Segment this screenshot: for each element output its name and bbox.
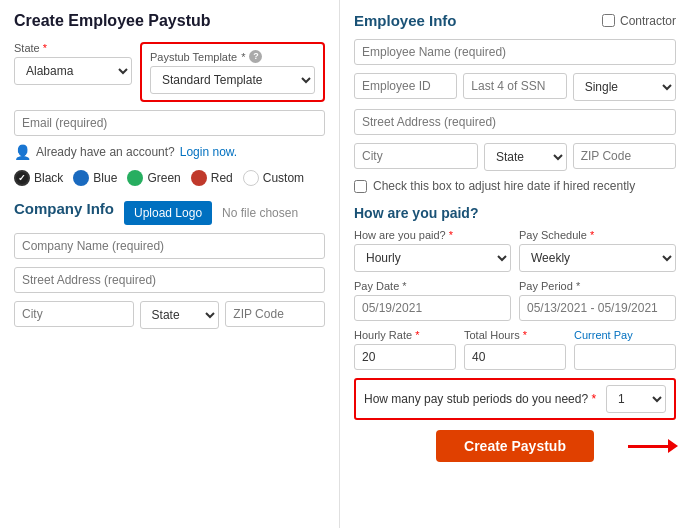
pay-schedule-group: Pay Schedule * Weekly xyxy=(519,229,676,272)
color-circle-black: ✓ xyxy=(14,170,30,186)
emp-state-group: State xyxy=(484,143,567,171)
company-zip-input[interactable] xyxy=(225,301,325,327)
color-option-black[interactable]: ✓ Black xyxy=(14,170,63,186)
company-address-input[interactable] xyxy=(14,267,325,293)
pay-period-input[interactable] xyxy=(519,295,676,321)
emp-city-state-zip-row: State xyxy=(354,143,676,171)
pay-schedule-select[interactable]: Weekly xyxy=(519,244,676,272)
right-panel: Employee Info Contractor Single xyxy=(340,0,690,528)
company-zip-group xyxy=(225,301,325,329)
current-pay-group: Current Pay xyxy=(574,329,676,370)
how-paid-title: How are you paid? xyxy=(354,205,676,221)
color-row: ✓ Black Blue Green Red Custom xyxy=(14,170,325,186)
arrow-indicator xyxy=(628,439,678,453)
filing-select[interactable]: Single xyxy=(573,73,676,101)
total-hours-input[interactable] xyxy=(464,344,566,370)
emp-state-select[interactable]: State xyxy=(484,143,567,171)
create-paystub-button[interactable]: Create Paystub xyxy=(436,430,594,462)
color-label-red: Red xyxy=(211,171,233,185)
company-city-group xyxy=(14,301,134,329)
company-name-group xyxy=(14,233,325,259)
hire-date-text: Check this box to adjust hire date if hi… xyxy=(373,179,635,193)
help-icon[interactable]: ? xyxy=(249,50,262,63)
stub-periods-row: How many pay stub periods do you need? *… xyxy=(354,378,676,420)
color-label-green: Green xyxy=(147,171,180,185)
emp-id-ssn-filing-row: Single xyxy=(354,73,676,101)
state-select[interactable]: Alabama xyxy=(14,57,132,85)
hourly-row: Hourly Rate * Total Hours * Current Pay xyxy=(354,329,676,370)
current-pay-input[interactable] xyxy=(574,344,676,370)
pay-schedule-label: Pay Schedule * xyxy=(519,229,676,241)
company-state-select[interactable]: State xyxy=(140,301,220,329)
create-btn-row: Create Paystub xyxy=(354,430,676,462)
no-file-label: No file chosen xyxy=(222,206,298,220)
emp-id-group xyxy=(354,73,457,101)
email-input[interactable] xyxy=(14,110,325,136)
company-city-input[interactable] xyxy=(14,301,134,327)
page-title: Create Employee Paystub xyxy=(14,12,325,30)
paystub-template-group: Paystub Template * ? Standard Template xyxy=(140,42,325,102)
pay-period-group: Pay Period * xyxy=(519,280,676,321)
stub-periods-select[interactable]: 1 xyxy=(606,385,666,413)
checkmark-black: ✓ xyxy=(18,173,26,183)
login-link[interactable]: Login now. xyxy=(180,145,237,159)
pay-period-label: Pay Period * xyxy=(519,280,676,292)
how-paid-schedule-row: How are you paid? * Hourly Pay Schedule … xyxy=(354,229,676,272)
emp-city-group xyxy=(354,143,478,171)
how-paid-label: How are you paid? * xyxy=(354,229,511,241)
hourly-rate-label: Hourly Rate * xyxy=(354,329,456,341)
color-label-custom: Custom xyxy=(263,171,304,185)
email-group xyxy=(14,110,325,136)
hourly-rate-group: Hourly Rate * xyxy=(354,329,456,370)
color-circle-blue xyxy=(73,170,89,186)
pay-date-period-row: Pay Date * Pay Period * xyxy=(354,280,676,321)
total-hours-group: Total Hours * xyxy=(464,329,566,370)
pay-date-label: Pay Date * xyxy=(354,280,511,292)
paystub-template-label: Paystub Template * ? xyxy=(150,50,315,63)
left-panel: Create Employee Paystub State * Alabama … xyxy=(0,0,340,528)
ssn-group xyxy=(463,73,566,101)
company-name-input[interactable] xyxy=(14,233,325,259)
right-header: Employee Info Contractor xyxy=(354,12,676,29)
emp-address-input[interactable] xyxy=(354,109,676,135)
paystub-template-select[interactable]: Standard Template xyxy=(150,66,315,94)
color-option-blue[interactable]: Blue xyxy=(73,170,117,186)
color-circle-red xyxy=(191,170,207,186)
pay-date-group: Pay Date * xyxy=(354,280,511,321)
emp-zip-group xyxy=(573,143,676,171)
account-text: Already have an account? xyxy=(36,145,175,159)
company-section-title: Company Info xyxy=(14,200,114,217)
total-hours-label: Total Hours * xyxy=(464,329,566,341)
how-paid-section: How are you paid? How are you paid? * Ho… xyxy=(354,205,676,462)
emp-zip-input[interactable] xyxy=(573,143,676,169)
hire-date-checkbox[interactable] xyxy=(354,180,367,193)
arrow-line xyxy=(628,445,668,448)
arrow-head xyxy=(668,439,678,453)
color-circle-green xyxy=(127,170,143,186)
color-option-red[interactable]: Red xyxy=(191,170,233,186)
contractor-checkbox[interactable] xyxy=(602,14,615,27)
color-circle-custom xyxy=(243,170,259,186)
state-label: State * xyxy=(14,42,132,54)
color-option-custom[interactable]: Custom xyxy=(243,170,304,186)
company-address-group xyxy=(14,267,325,293)
company-state-group: State xyxy=(140,301,220,329)
emp-id-input[interactable] xyxy=(354,73,457,99)
person-icon: 👤 xyxy=(14,144,31,160)
contractor-label: Contractor xyxy=(620,14,676,28)
company-header: Company Info Upload Logo No file chosen xyxy=(14,200,325,225)
employee-info-title: Employee Info xyxy=(354,12,457,29)
emp-name-input[interactable] xyxy=(354,39,676,65)
pay-date-input[interactable] xyxy=(354,295,511,321)
color-label-blue: Blue xyxy=(93,171,117,185)
emp-city-input[interactable] xyxy=(354,143,478,169)
ssn-input[interactable] xyxy=(463,73,566,99)
filing-group: Single xyxy=(573,73,676,101)
hourly-rate-input[interactable] xyxy=(354,344,456,370)
how-paid-group: How are you paid? * Hourly xyxy=(354,229,511,272)
emp-address-group xyxy=(354,109,676,135)
how-paid-select[interactable]: Hourly xyxy=(354,244,511,272)
stub-periods-label: How many pay stub periods do you need? * xyxy=(364,392,606,406)
upload-logo-button[interactable]: Upload Logo xyxy=(124,201,212,225)
color-option-green[interactable]: Green xyxy=(127,170,180,186)
